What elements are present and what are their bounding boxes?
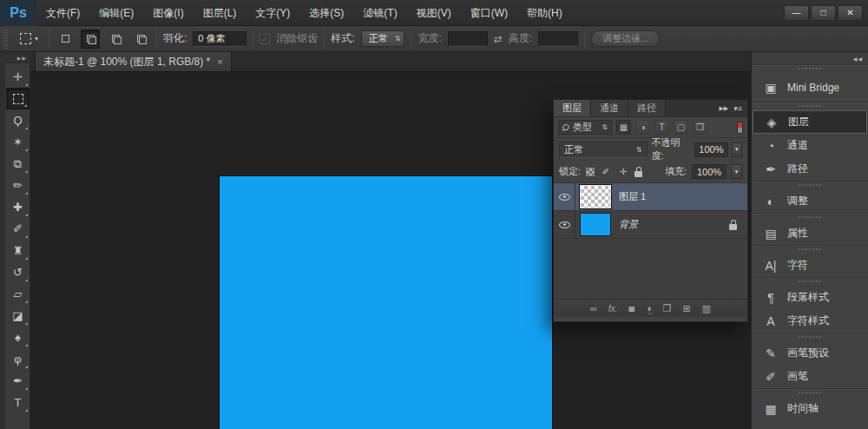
add-to-selection-button[interactable] [81,30,100,49]
menu-bar: Ps 文件(F) 编辑(E) 图像(I) 图层(L) 文字(Y) 选择(S) 滤… [0,0,868,26]
panel-resize-grip[interactable]: ┉ [648,310,654,318]
fill-dropdown-icon[interactable]: ▾ [731,164,742,179]
dock-item-properties[interactable]: ▤ 属性 [753,221,867,245]
canvas[interactable] [220,176,552,429]
subtract-from-selection-button[interactable] [106,30,125,49]
layer-thumbnail[interactable] [580,185,611,208]
tab-channels[interactable]: 通道 [591,100,628,116]
close-tab-icon[interactable]: × [217,56,222,67]
feather-input[interactable] [193,31,247,47]
menu-type[interactable]: 文字(Y) [246,0,299,26]
opacity-label: 不透明度: [652,136,691,162]
layer-style-icon[interactable]: fx. [608,304,618,314]
menu-filter[interactable]: 滤镜(T) [353,0,406,26]
dock-item-layers[interactable]: ◈ 图层 [753,110,867,134]
feather-label: 羽化: [163,31,187,46]
swap-dimensions-icon[interactable]: ⇄ [494,33,503,45]
layer-filter-row: Ϙ 类型 ⇅ ▦ ◑ T ▢ ❐ [554,117,747,138]
fill-value[interactable]: 100% [692,164,727,179]
lock-paint-icon[interactable]: ✐ [600,167,612,176]
menu-view[interactable]: 视图(V) [407,0,461,26]
eyedropper-tool[interactable]: ✏ [6,175,30,196]
healing-brush-tool[interactable]: ✚ [6,196,30,218]
style-select[interactable]: 正常 ⇅ [361,30,405,47]
menu-edit[interactable]: 编辑(E) [89,0,143,26]
opacity-value[interactable]: 100% [694,142,727,157]
lock-transparency-icon[interactable] [586,168,595,176]
tab-paths[interactable]: 路径 [628,100,666,116]
dock-item-channels[interactable]: ◔ 通道 [753,134,867,157]
clone-stamp-tool[interactable]: ♜ [6,240,30,261]
tab-layers[interactable]: 图层 [554,100,591,116]
collapse-dock-icon[interactable]: ◀◀ [752,52,868,64]
filter-smart-object-button[interactable]: ❐ [693,120,707,135]
delete-layer-icon[interactable]: ▥ [702,303,711,314]
mini-bridge-icon: ▣ [762,81,779,95]
dock-item-paths[interactable]: ✒ 路径 [753,157,867,181]
layer-name[interactable]: 背景 [619,218,638,231]
lock-all-icon[interactable] [635,171,642,177]
rectangular-marquee-tool[interactable] [6,88,30,109]
close-button[interactable]: ✕ [838,5,863,21]
dock-item-mini-bridge[interactable]: ▣ Mini Bridge [753,73,867,102]
history-brush-tool[interactable]: ↺ [6,261,30,283]
dock-item-timeline[interactable]: ▦ 时间轴 [753,397,867,420]
new-layer-icon[interactable]: ⊞ [682,303,690,314]
filter-type-select[interactable]: Ϙ 类型 ⇅ [558,120,612,135]
lock-position-icon[interactable]: ✛ [617,167,629,176]
layer-row-layer1[interactable]: 图层 1 [554,183,747,211]
height-input[interactable] [538,31,578,47]
layer-thumbnail[interactable] [580,213,611,236]
dock-item-brush[interactable]: ✐ 画笔 [753,365,867,388]
dock-item-character[interactable]: A| 字符 [753,254,867,277]
menu-window[interactable]: 窗口(W) [461,0,517,26]
dodge-tool[interactable]: φ [6,348,30,370]
refine-edge-button[interactable]: 调整边缘... [591,30,660,47]
dock-item-brush-presets[interactable]: ✎ 画笔预设 [753,341,867,365]
panel-menu-icon[interactable]: ▾≡ [733,104,742,113]
maximize-button[interactable]: □ [811,5,836,21]
new-selection-button[interactable] [56,30,75,49]
quick-selection-tool[interactable]: ✶ [6,131,30,153]
filter-type-layers-button[interactable]: T [654,120,669,135]
menu-image[interactable]: 图像(I) [143,0,193,26]
layer-row-background[interactable]: 背景 [554,211,747,239]
visibility-toggle[interactable] [554,183,575,211]
menu-select[interactable]: 选择(S) [299,0,353,26]
intersect-selection-button[interactable] [131,30,150,49]
menu-file[interactable]: 文件(F) [36,0,89,26]
pen-tool[interactable]: ✒ [6,370,30,392]
new-group-icon[interactable]: ❒ [663,303,672,314]
blur-tool[interactable]: ♠ [6,327,30,348]
layer-name[interactable]: 图层 1 [619,190,646,203]
lasso-tool[interactable]: Ϙ [6,109,30,131]
crop-tool[interactable]: ⧉ [6,153,30,175]
menu-help[interactable]: 帮助(H) [517,0,572,26]
eraser-tool[interactable]: ▱ [6,283,30,305]
menu-layer[interactable]: 图层(L) [194,0,247,26]
layer-mask-icon[interactable]: ◙ [628,303,635,314]
dock-item-character-styles[interactable]: A 字符样式 [753,309,867,333]
brush-tool[interactable]: ✐ [6,218,30,240]
collapse-tools-icon[interactable]: ▶▶ [5,52,30,63]
filter-pixel-layers-button[interactable]: ▦ [616,120,631,135]
gradient-tool[interactable]: ◪ [6,305,30,327]
opacity-dropdown-icon[interactable]: ▾ [732,142,742,157]
filter-shape-layers-button[interactable]: ▢ [674,120,688,135]
antialias-checkbox[interactable]: ✓ [260,34,270,44]
filter-adjustment-layers-button[interactable]: ◑ [635,120,650,135]
dock-item-paragraph-styles[interactable]: ¶ 段落样式 [753,286,867,309]
dock-item-adjustments[interactable]: ◐ 调整 [753,189,867,213]
blend-mode-select[interactable]: 正常 ⇅ [559,142,648,158]
tool-preset-button[interactable]: ▾ [16,30,43,47]
layer-filter-toggle[interactable] [737,122,743,134]
document-tab[interactable]: 未标题-1 @ 100% (图层 1, RGB/8) * × [35,52,232,71]
link-layers-icon[interactable]: ∞ [590,303,597,314]
panel-collapse-icon[interactable]: ▶▶ [719,105,728,112]
minimize-button[interactable]: — [784,5,809,21]
divider [156,30,157,49]
width-input[interactable] [448,31,488,47]
visibility-toggle[interactable] [554,211,575,239]
type-tool[interactable]: T [6,392,30,413]
move-tool[interactable]: ✛ [6,66,30,88]
